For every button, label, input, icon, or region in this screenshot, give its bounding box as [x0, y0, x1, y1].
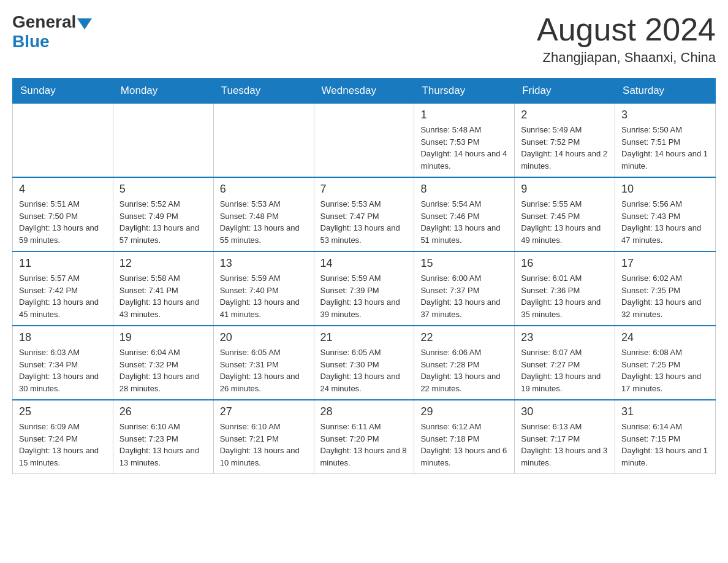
day-number: 26: [119, 405, 207, 418]
day-info: Sunrise: 5:52 AMSunset: 7:49 PMDaylight:…: [119, 198, 207, 246]
day-info: Sunrise: 5:56 AMSunset: 7:43 PMDaylight:…: [621, 198, 709, 246]
calendar-header-monday: Monday: [113, 79, 213, 104]
day-number: 27: [220, 405, 308, 418]
day-number: 9: [521, 183, 609, 196]
day-info: Sunrise: 5:53 AMSunset: 7:48 PMDaylight:…: [220, 198, 308, 246]
day-info: Sunrise: 6:02 AMSunset: 7:35 PMDaylight:…: [621, 272, 709, 320]
day-info: Sunrise: 6:12 AMSunset: 7:18 PMDaylight:…: [420, 421, 508, 469]
calendar-cell: 14Sunrise: 5:59 AMSunset: 7:39 PMDayligh…: [314, 251, 414, 326]
day-info: Sunrise: 5:48 AMSunset: 7:53 PMDaylight:…: [420, 124, 508, 172]
day-info: Sunrise: 5:59 AMSunset: 7:40 PMDaylight:…: [220, 272, 308, 320]
day-info: Sunrise: 6:04 AMSunset: 7:32 PMDaylight:…: [119, 347, 207, 394]
calendar-cell: 3Sunrise: 5:50 AMSunset: 7:51 PMDaylight…: [615, 104, 716, 178]
logo-blue-text: Blue: [12, 32, 50, 51]
day-info: Sunrise: 5:59 AMSunset: 7:39 PMDaylight:…: [320, 272, 408, 320]
logo-general-text: General: [12, 12, 76, 32]
day-number: 24: [621, 331, 709, 344]
calendar-cell: 9Sunrise: 5:55 AMSunset: 7:45 PMDaylight…: [515, 177, 615, 251]
calendar-cell: 4Sunrise: 5:51 AMSunset: 7:50 PMDaylight…: [13, 177, 113, 251]
day-number: 18: [19, 331, 107, 344]
calendar-cell: 26Sunrise: 6:10 AMSunset: 7:23 PMDayligh…: [113, 400, 213, 474]
calendar-cell: 11Sunrise: 5:57 AMSunset: 7:42 PMDayligh…: [13, 251, 113, 326]
day-number: 14: [320, 257, 408, 270]
day-number: 25: [19, 405, 107, 418]
calendar-cell: 28Sunrise: 6:11 AMSunset: 7:20 PMDayligh…: [314, 400, 414, 474]
day-info: Sunrise: 6:01 AMSunset: 7:36 PMDaylight:…: [521, 272, 609, 320]
day-info: Sunrise: 6:05 AMSunset: 7:30 PMDaylight:…: [320, 347, 408, 394]
day-info: Sunrise: 6:09 AMSunset: 7:24 PMDaylight:…: [19, 421, 107, 469]
day-number: 3: [621, 109, 709, 121]
calendar-cell: 25Sunrise: 6:09 AMSunset: 7:24 PMDayligh…: [13, 400, 113, 474]
day-number: 31: [621, 405, 709, 418]
day-info: Sunrise: 5:54 AMSunset: 7:46 PMDaylight:…: [420, 198, 508, 246]
calendar-cell: 7Sunrise: 5:53 AMSunset: 7:47 PMDaylight…: [314, 177, 414, 251]
day-number: 17: [621, 257, 709, 270]
logo: General Blue: [12, 12, 92, 52]
day-info: Sunrise: 6:07 AMSunset: 7:27 PMDaylight:…: [521, 347, 609, 394]
day-number: 6: [220, 183, 308, 196]
day-info: Sunrise: 5:49 AMSunset: 7:52 PMDaylight:…: [521, 124, 609, 172]
calendar-cell: 8Sunrise: 5:54 AMSunset: 7:46 PMDaylight…: [414, 177, 515, 251]
day-info: Sunrise: 6:10 AMSunset: 7:23 PMDaylight:…: [119, 421, 207, 469]
calendar-cell: 1Sunrise: 5:48 AMSunset: 7:53 PMDaylight…: [414, 104, 515, 178]
calendar-header-row: SundayMondayTuesdayWednesdayThursdayFrid…: [13, 79, 716, 104]
calendar-cell: 15Sunrise: 6:00 AMSunset: 7:37 PMDayligh…: [414, 251, 515, 326]
day-info: Sunrise: 6:05 AMSunset: 7:31 PMDaylight:…: [220, 347, 308, 394]
day-number: 1: [420, 109, 508, 121]
calendar-cell: 12Sunrise: 5:58 AMSunset: 7:41 PMDayligh…: [113, 251, 213, 326]
day-number: 7: [320, 183, 408, 196]
calendar-cell: 31Sunrise: 6:14 AMSunset: 7:15 PMDayligh…: [615, 400, 716, 474]
day-info: Sunrise: 6:10 AMSunset: 7:21 PMDaylight:…: [220, 421, 308, 469]
day-number: 11: [19, 257, 107, 270]
calendar-cell: 16Sunrise: 6:01 AMSunset: 7:36 PMDayligh…: [515, 251, 615, 326]
calendar-week-row: 18Sunrise: 6:03 AMSunset: 7:34 PMDayligh…: [13, 326, 716, 400]
day-number: 13: [220, 257, 308, 270]
day-info: Sunrise: 5:50 AMSunset: 7:51 PMDaylight:…: [621, 124, 709, 172]
calendar-cell: 2Sunrise: 5:49 AMSunset: 7:52 PMDaylight…: [515, 104, 615, 178]
day-info: Sunrise: 6:11 AMSunset: 7:20 PMDaylight:…: [320, 421, 408, 469]
calendar-cell: [113, 104, 213, 178]
day-info: Sunrise: 5:51 AMSunset: 7:50 PMDaylight:…: [19, 198, 107, 246]
day-number: 10: [621, 183, 709, 196]
day-info: Sunrise: 5:55 AMSunset: 7:45 PMDaylight:…: [521, 198, 609, 246]
calendar-header-tuesday: Tuesday: [213, 79, 314, 104]
day-info: Sunrise: 6:06 AMSunset: 7:28 PMDaylight:…: [420, 347, 508, 394]
month-year-title: August 2024: [537, 12, 716, 47]
calendar-cell: 18Sunrise: 6:03 AMSunset: 7:34 PMDayligh…: [13, 326, 113, 400]
calendar-cell: [13, 104, 113, 178]
calendar-week-row: 11Sunrise: 5:57 AMSunset: 7:42 PMDayligh…: [13, 251, 716, 326]
day-info: Sunrise: 6:03 AMSunset: 7:34 PMDaylight:…: [19, 347, 107, 394]
calendar-cell: 10Sunrise: 5:56 AMSunset: 7:43 PMDayligh…: [615, 177, 716, 251]
day-number: 21: [320, 331, 408, 344]
calendar-cell: 23Sunrise: 6:07 AMSunset: 7:27 PMDayligh…: [515, 326, 615, 400]
day-number: 20: [220, 331, 308, 344]
calendar-cell: 30Sunrise: 6:13 AMSunset: 7:17 PMDayligh…: [515, 400, 615, 474]
title-section: August 2024 Zhangjiapan, Shaanxi, China: [537, 12, 716, 66]
calendar-header-thursday: Thursday: [414, 79, 515, 104]
calendar-week-row: 4Sunrise: 5:51 AMSunset: 7:50 PMDaylight…: [13, 177, 716, 251]
calendar-week-row: 25Sunrise: 6:09 AMSunset: 7:24 PMDayligh…: [13, 400, 716, 474]
day-number: 28: [320, 405, 408, 418]
calendar-table: SundayMondayTuesdayWednesdayThursdayFrid…: [12, 78, 716, 474]
calendar-cell: 29Sunrise: 6:12 AMSunset: 7:18 PMDayligh…: [414, 400, 515, 474]
calendar-week-row: 1Sunrise: 5:48 AMSunset: 7:53 PMDaylight…: [13, 104, 716, 178]
calendar-cell: 21Sunrise: 6:05 AMSunset: 7:30 PMDayligh…: [314, 326, 414, 400]
day-info: Sunrise: 6:14 AMSunset: 7:15 PMDaylight:…: [621, 421, 709, 469]
calendar-cell: [213, 104, 314, 178]
day-number: 15: [420, 257, 508, 270]
calendar-cell: 24Sunrise: 6:08 AMSunset: 7:25 PMDayligh…: [615, 326, 716, 400]
day-number: 29: [420, 405, 508, 418]
calendar-header-sunday: Sunday: [13, 79, 113, 104]
calendar-cell: 5Sunrise: 5:52 AMSunset: 7:49 PMDaylight…: [113, 177, 213, 251]
calendar-cell: 17Sunrise: 6:02 AMSunset: 7:35 PMDayligh…: [615, 251, 716, 326]
day-number: 22: [420, 331, 508, 344]
calendar-cell: [314, 104, 414, 178]
calendar-cell: 22Sunrise: 6:06 AMSunset: 7:28 PMDayligh…: [414, 326, 515, 400]
calendar-cell: 13Sunrise: 5:59 AMSunset: 7:40 PMDayligh…: [213, 251, 314, 326]
page-header: General Blue August 2024 Zhangjiapan, Sh…: [12, 12, 716, 66]
day-number: 19: [119, 331, 207, 344]
day-number: 30: [521, 405, 609, 418]
day-info: Sunrise: 5:53 AMSunset: 7:47 PMDaylight:…: [320, 198, 408, 246]
location-title: Zhangjiapan, Shaanxi, China: [537, 50, 716, 66]
day-number: 8: [420, 183, 508, 196]
